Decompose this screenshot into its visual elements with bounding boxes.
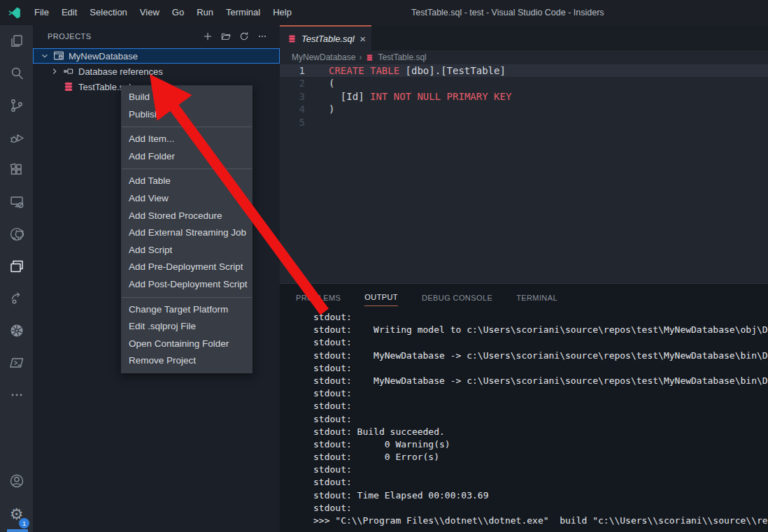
output-line: stdout: Time Elapsed 00:00:03.69 bbox=[313, 489, 768, 502]
source-control-icon[interactable] bbox=[0, 89, 33, 122]
context-menu-item-add-table[interactable]: Add Table bbox=[121, 173, 253, 190]
breadcrumb: MyNewDatabase › TestTable.sql bbox=[280, 50, 768, 64]
search-icon[interactable] bbox=[0, 57, 33, 89]
context-menu-item-publish[interactable]: Publish bbox=[121, 106, 253, 124]
tree-row-label: Database references bbox=[78, 66, 163, 77]
output-line: stdout: bbox=[313, 387, 768, 400]
more-views-icon[interactable] bbox=[0, 379, 33, 411]
breadcrumb-separator-icon: › bbox=[359, 52, 362, 62]
output-line: stdout: bbox=[313, 502, 768, 515]
menu-file[interactable]: File bbox=[28, 0, 55, 25]
sql-file-icon bbox=[62, 80, 75, 93]
context-menu-item-add-external-streaming-job[interactable]: Add External Streaming Job bbox=[121, 224, 253, 242]
menu-edit[interactable]: Edit bbox=[55, 0, 83, 25]
refresh-icon[interactable] bbox=[236, 29, 252, 44]
code-lines: 1CREATE TABLE [dbo].[TestTable]2(3 [Id] … bbox=[280, 64, 768, 129]
line-text: ( bbox=[316, 77, 334, 89]
output-line: stdout: bbox=[313, 336, 768, 349]
remote-explorer-icon[interactable] bbox=[0, 186, 33, 218]
panel-tab-terminal[interactable]: TERMINAL bbox=[516, 287, 557, 306]
account-icon[interactable] bbox=[0, 465, 33, 497]
code-line-1: 1CREATE TABLE [dbo].[TestTable] bbox=[280, 64, 768, 77]
context-menu-item-add-view[interactable]: Add View bbox=[121, 190, 253, 208]
run-debug-icon[interactable] bbox=[0, 122, 33, 154]
output-line: stdout: bbox=[313, 400, 768, 412]
sidebar-actions bbox=[200, 29, 270, 44]
context-menu-item-add-post-deployment-script[interactable]: Add Post-Deployment Script bbox=[121, 276, 253, 294]
kubernetes-icon[interactable] bbox=[0, 315, 33, 347]
code-line-3: 3 [Id] INT NOT NULL PRIMARY KEY bbox=[280, 90, 768, 103]
panel-tab-output[interactable]: OUTPUT bbox=[364, 287, 398, 306]
tab-testtable-sql[interactable]: TestTable.sql × bbox=[280, 25, 371, 50]
tab-bar: TestTable.sql × bbox=[280, 25, 768, 50]
context-menu-item-open-containing-folder[interactable]: Open Containing Folder bbox=[121, 336, 253, 353]
menu-selection[interactable]: Selection bbox=[83, 0, 133, 25]
output-line: stdout: MyNewDatabase -> c:\Users\scoria… bbox=[313, 375, 768, 387]
chevron-right-icon[interactable] bbox=[49, 66, 60, 77]
output-console[interactable]: stdout:stdout: Writing model to c:\Users… bbox=[280, 306, 768, 528]
close-icon[interactable]: × bbox=[360, 34, 366, 44]
sidebar-header: PROJECTS bbox=[33, 25, 280, 47]
line-number: 2 bbox=[280, 77, 316, 89]
window-title: TestTable.sql - test - Visual Studio Cod… bbox=[411, 0, 604, 25]
twistie-placeholder bbox=[49, 81, 60, 92]
reference-icon bbox=[62, 65, 75, 78]
output-line: stdout: bbox=[313, 476, 768, 489]
line-number: 4 bbox=[280, 103, 316, 115]
line-number: 1 bbox=[280, 64, 316, 77]
activity-bar: ⚙ 1 bbox=[0, 25, 33, 532]
code-line-2: 2( bbox=[280, 77, 768, 89]
vscode-insiders-logo-icon bbox=[8, 6, 21, 20]
github-icon[interactable] bbox=[0, 218, 33, 250]
output-line: stdout: Build succeeded. bbox=[313, 426, 768, 438]
panel-tabs: PROBLEMSOUTPUTDEBUG CONSOLETERMINAL bbox=[280, 284, 768, 306]
context-menu-item-add-script[interactable]: Add Script bbox=[121, 242, 253, 259]
settings-badge: 1 bbox=[19, 518, 29, 529]
breadcrumb-file[interactable]: TestTable.sql bbox=[378, 52, 426, 62]
output-line: stdout: bbox=[313, 463, 768, 476]
bottom-blue-strip bbox=[7, 529, 28, 532]
output-line: stdout: bbox=[313, 311, 768, 324]
tree-row-label: MyNewDatabase bbox=[69, 51, 138, 62]
context-menu-item-add-stored-procedure[interactable]: Add Stored Procedure bbox=[121, 208, 253, 225]
menu-separator bbox=[122, 127, 252, 127]
tree-row-project[interactable]: MyNewDatabase bbox=[33, 48, 280, 64]
projects-icon[interactable] bbox=[0, 250, 33, 282]
breadcrumb-project[interactable]: MyNewDatabase bbox=[292, 52, 355, 62]
context-menu-item-remove-project[interactable]: Remove Project bbox=[121, 352, 253, 370]
menu-go[interactable]: Go bbox=[166, 0, 190, 25]
extensions-icon[interactable] bbox=[0, 154, 33, 186]
context-menu-item-edit-sqlproj-file[interactable]: Edit .sqlproj File bbox=[121, 318, 253, 336]
output-line: >>> "C:\\Program Files\\dotnet\\dotnet.e… bbox=[313, 515, 768, 527]
context-menu-item-change-target-platform[interactable]: Change Target Platform bbox=[121, 301, 253, 319]
output-line: stdout: bbox=[313, 413, 768, 426]
more-actions-icon[interactable] bbox=[255, 29, 270, 44]
settings-gear-icon[interactable]: ⚙ 1 bbox=[0, 497, 33, 532]
menu-separator bbox=[122, 297, 252, 298]
code-editor[interactable]: 1CREATE TABLE [dbo].[TestTable]2(3 [Id] … bbox=[280, 64, 768, 129]
live-share-icon[interactable] bbox=[0, 282, 33, 315]
menu-view[interactable]: View bbox=[134, 0, 166, 25]
sql-file-icon bbox=[365, 53, 374, 62]
code-line-5: 5 bbox=[280, 116, 768, 129]
context-menu-item-add-pre-deployment-script[interactable]: Add Pre-Deployment Script bbox=[121, 259, 253, 276]
tab-label: TestTable.sql bbox=[301, 34, 355, 44]
add-project-icon[interactable] bbox=[200, 29, 215, 44]
sidebar-title: PROJECTS bbox=[48, 32, 92, 41]
explorer-icon[interactable] bbox=[0, 25, 33, 57]
context-menu-item-add-folder[interactable]: Add Folder bbox=[121, 148, 253, 166]
menu-help[interactable]: Help bbox=[266, 0, 298, 25]
menu-terminal[interactable]: Terminal bbox=[220, 0, 266, 25]
powershell-icon[interactable] bbox=[0, 347, 33, 379]
panel-tab-debug-console[interactable]: DEBUG CONSOLE bbox=[422, 287, 492, 306]
menu-separator bbox=[122, 168, 252, 169]
tree-row-database-references[interactable]: Database references bbox=[33, 64, 280, 79]
context-menu-item-add-item[interactable]: Add Item... bbox=[121, 131, 253, 148]
panel-tab-problems[interactable]: PROBLEMS bbox=[296, 287, 341, 306]
line-number: 5 bbox=[280, 116, 316, 129]
chevron-down-icon[interactable] bbox=[39, 50, 50, 62]
open-folder-icon[interactable] bbox=[218, 29, 234, 44]
menu-run[interactable]: Run bbox=[190, 0, 220, 25]
bottom-panel: PROBLEMSOUTPUTDEBUG CONSOLETERMINAL stdo… bbox=[280, 283, 768, 532]
context-menu-item-build[interactable]: Build bbox=[121, 89, 253, 106]
